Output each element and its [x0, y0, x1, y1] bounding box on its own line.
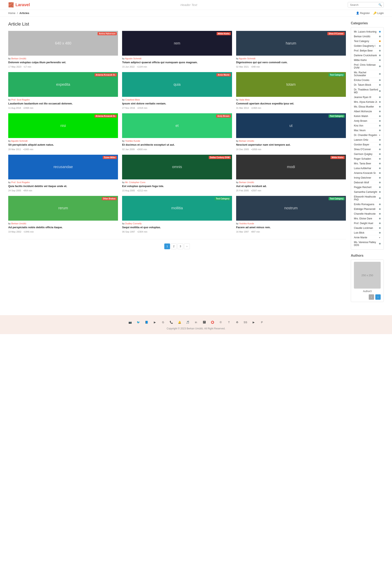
article-meta: 31 Mar 2014 •1468 min — [236, 107, 346, 109]
article-author: by Yoshiko Kunde — [122, 140, 232, 142]
author-link[interactable]: Vada Metz — [239, 99, 250, 101]
author-link[interactable]: Berkan Umütlü — [239, 140, 254, 142]
author-link[interactable]: Agustin Schmidt — [239, 57, 255, 60]
category-item[interactable]: Jeanne Ryan III — [354, 95, 381, 100]
footer-icon-facebook[interactable]: 📘 — [144, 319, 150, 325]
category-item[interactable]: Gordon Bayer — [354, 142, 381, 147]
footer-icon-ss[interactable]: SS — [242, 319, 248, 325]
category-item[interactable]: Kira Von — [354, 123, 381, 128]
footer-icon-twitter[interactable]: 🐦 — [136, 319, 141, 325]
category-item[interactable]: Dr. Tatum Block — [354, 83, 381, 87]
category-item[interactable]: Dr. Thaddeus Sanford MD — [354, 87, 381, 95]
author-link[interactable]: Crawford Blick — [125, 99, 140, 101]
article-card: rerum Dilan Brakas by Berkan Umütlü Ad p… — [8, 196, 118, 233]
footer-icon-tumblr[interactable]: T — [226, 319, 232, 325]
footer-icon-youtube[interactable]: ▶ — [152, 319, 158, 325]
footer-icon-play[interactable]: ▶ — [251, 319, 256, 325]
author-link[interactable]: Agustin Schmidt — [125, 57, 141, 60]
article-badge: Arnie Mante — [216, 73, 231, 76]
page-3[interactable]: 3 — [178, 243, 183, 249]
category-item[interactable]: Mrs. Alysa Kerluke Jr. — [354, 100, 381, 104]
article-meta: 25 Feb 2005 •2597 min — [236, 189, 346, 192]
footer-icon-recycle[interactable]: ♻ — [234, 319, 240, 325]
search-button[interactable]: 🔍 — [377, 2, 384, 7]
author-link[interactable]: Berkan Umütlü — [239, 181, 254, 184]
category-item[interactable]: Ellsworth Heathcote PhD — [354, 194, 381, 202]
category-item[interactable]: Berkan Umütlü — [354, 34, 381, 39]
category-item[interactable]: Chanelle Heathcote — [354, 212, 381, 216]
footer-icon-linkedin[interactable]: in — [193, 319, 199, 325]
author-link[interactable]: Berkan Umütlü — [11, 57, 26, 60]
footer-icon-pinterest[interactable]: 🅿 — [201, 319, 207, 325]
category-item[interactable]: Kelvin Walsh — [354, 114, 381, 119]
category-item[interactable]: Luis Blick — [354, 230, 381, 235]
category-item[interactable]: Luisa Aufderhar — [354, 166, 381, 171]
article-author: by Agustin Schmidt — [236, 57, 346, 60]
footer-icon-whatsapp[interactable]: 📞 — [168, 319, 174, 325]
footer-icon-music[interactable]: 🎵 — [185, 319, 191, 325]
category-item[interactable]: Ms. Vanessa Flatley DDS — [354, 240, 381, 247]
category-item[interactable]: Prof. Bettye Beer — [354, 48, 381, 53]
category-item[interactable]: Lawson Ortiz — [354, 138, 381, 142]
category-item[interactable]: Ms. Elissa Mueller — [354, 104, 381, 109]
footer-icon-instagram[interactable]: 📷 — [127, 319, 133, 325]
article-thumbnail: recusandae Dylan Miller — [8, 155, 118, 179]
category-item[interactable]: Shea O'Conner — [354, 147, 381, 152]
category-item[interactable]: Prof. Chris Volkman DVM — [354, 63, 381, 70]
category-item[interactable]: Samantha Cartwright — [354, 190, 381, 194]
breadcrumb-home[interactable]: Home — [8, 12, 15, 15]
category-item[interactable]: Mrs. Eloise Dare — [354, 216, 381, 221]
page-next[interactable]: › — [184, 243, 190, 249]
article-badge: Mittie Kiehn — [217, 32, 231, 35]
category-item[interactable]: Test Category — [354, 39, 381, 44]
category-item[interactable]: Arely Brown — [354, 119, 381, 123]
category-item[interactable]: Prof. Dwight Huel — [354, 221, 381, 226]
author-link[interactable]: Agustin Schmidt — [11, 140, 27, 142]
footer-icon-google[interactable]: G — [160, 319, 166, 325]
footer-icon-copyright[interactable]: © — [218, 319, 224, 325]
author-link[interactable]: Dudley Connelly — [125, 222, 142, 225]
page-1[interactable]: 1 — [164, 243, 170, 249]
author-link[interactable]: Prof. Scot Rogahn — [11, 99, 30, 101]
article-title: Sequi mollitia et quo voluptas. — [122, 226, 232, 229]
author-link[interactable]: Yoshiko Kunde — [239, 222, 254, 225]
category-item[interactable]: Golden Daugherty I — [354, 44, 381, 48]
author-link[interactable]: Prof. Scot Rogahn — [11, 181, 30, 184]
category-item[interactable]: Mac Veum — [354, 128, 381, 133]
category-item[interactable]: Mrs. Tania Beer — [354, 161, 381, 166]
search-input[interactable] — [348, 2, 377, 7]
category-item[interactable]: Dr. Chandler Rogahn▼ — [354, 133, 381, 138]
category-item[interactable]: Peggie Reichert — [354, 185, 381, 190]
category-item[interactable]: Albert McKenzie — [354, 109, 381, 114]
category-item[interactable]: Deborah Wolf — [354, 180, 381, 185]
article-date: 02 Mar 2021 — [236, 66, 249, 68]
author-next-button[interactable]: › — [375, 294, 381, 300]
article-thumbnail: ut Test Category — [236, 113, 346, 138]
author-prev-button[interactable]: ‹ — [369, 294, 374, 300]
category-item[interactable]: Irving Gleichner — [354, 175, 381, 180]
category-item[interactable]: Mr. Lazaro Ankuning — [354, 29, 381, 34]
category-item[interactable]: Ericka Crooks — [354, 78, 381, 83]
category-item[interactable]: Ms. Rachel Schowalter — [354, 70, 381, 78]
category-item[interactable]: Emilio Romaguera — [354, 202, 381, 207]
footer-icon-circle[interactable]: ⭕ — [210, 319, 215, 325]
footer-icon-p[interactable]: P — [259, 319, 265, 325]
category-item[interactable]: Garrison Quigley — [354, 152, 381, 157]
author-link[interactable]: Mr. Cristopher Conn — [125, 181, 145, 184]
footer-icon-bell[interactable]: 🔔 — [177, 319, 182, 325]
register-link[interactable]: 👤 Register — [356, 12, 370, 15]
category-item[interactable]: Arnie Mante▼ — [354, 235, 381, 240]
author-link[interactable]: Berkan Umütlü — [11, 222, 26, 225]
category-item[interactable]: Eldridge Pfannerstil — [354, 207, 381, 212]
category-item[interactable]: Arianna Kovacek Sr. — [354, 171, 381, 175]
author-link[interactable]: Yoshiko Kunde — [125, 140, 140, 142]
page-2[interactable]: 2 — [171, 243, 177, 249]
category-item[interactable]: Roger Schaden — [354, 157, 381, 161]
category-item[interactable]: Claudie Lockman — [354, 226, 381, 230]
category-item[interactable]: Darlene Cruickshank — [354, 53, 381, 58]
category-item[interactable]: Mittie Kiehn — [354, 58, 381, 63]
article-date: 17 May 2023 — [8, 66, 21, 68]
article-meta: 16 Dec 2005 •1858 min — [236, 148, 346, 151]
logo[interactable]: 🧱 Laravel — [8, 2, 30, 8]
login-link[interactable]: 🔑 Login — [373, 12, 384, 15]
